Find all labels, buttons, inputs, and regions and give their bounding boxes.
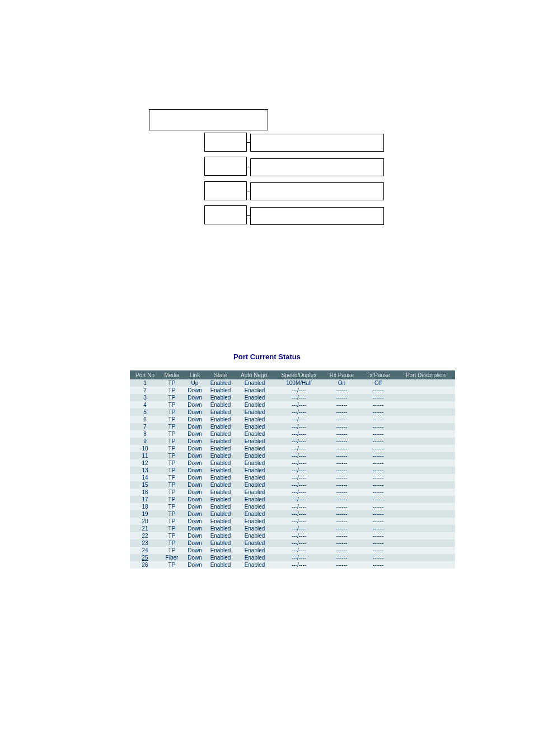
cell-port-desc — [396, 430, 455, 438]
cell-tx-pause: ------ — [360, 394, 396, 401]
cell-link: Down — [184, 496, 206, 503]
cell-speed-duplex: ---/---- — [274, 525, 324, 532]
cell-tx-pause: Off — [360, 379, 396, 387]
th-port-no: Port No — [130, 370, 160, 379]
cell-tx-pause: ------ — [360, 481, 396, 489]
cell-speed-duplex: ---/---- — [274, 554, 324, 561]
cell-port-no[interactable]: 25 — [130, 554, 160, 561]
table-row: 23TPDownEnabledEnabled---/--------------… — [130, 539, 455, 547]
cell-state: Enabled — [206, 481, 235, 489]
cell-auto-nego: Enabled — [235, 408, 274, 416]
cell-port-desc — [396, 401, 455, 408]
cell-auto-nego: Enabled — [235, 525, 274, 532]
cell-rx-pause: ------ — [324, 539, 360, 547]
cell-link: Down — [184, 481, 206, 489]
cell-media: TP — [160, 408, 184, 416]
table-row: 22TPDownEnabledEnabled---/--------------… — [130, 532, 455, 539]
cell-rx-pause: ------ — [324, 408, 360, 416]
cell-speed-duplex: ---/---- — [274, 518, 324, 525]
cell-state: Enabled — [206, 459, 235, 467]
table-row: 2TPDownEnabledEnabled---/---------------… — [130, 387, 455, 394]
cell-state: Enabled — [206, 539, 235, 547]
cell-link: Down — [184, 401, 206, 408]
cell-speed-duplex: ---/---- — [274, 467, 324, 474]
cell-port-no: 4 — [130, 401, 160, 408]
cell-rx-pause: ------ — [324, 474, 360, 481]
cell-speed-duplex: ---/---- — [274, 408, 324, 416]
cell-speed-duplex: ---/---- — [274, 394, 324, 401]
table-row: 19TPDownEnabledEnabled---/--------------… — [130, 510, 455, 518]
cell-state: Enabled — [206, 430, 235, 438]
cell-rx-pause: ------ — [324, 445, 360, 452]
cell-link: Down — [184, 510, 206, 518]
th-auto-nego: Auto Nego. — [235, 370, 274, 379]
cell-tx-pause: ------ — [360, 452, 396, 459]
tree-branch-left-2 — [204, 181, 247, 200]
cell-state: Enabled — [206, 379, 235, 387]
cell-media: TP — [160, 474, 184, 481]
cell-port-desc — [396, 496, 455, 503]
cell-auto-nego: Enabled — [235, 416, 274, 423]
cell-rx-pause: ------ — [324, 518, 360, 525]
cell-link: Down — [184, 489, 206, 496]
cell-media: TP — [160, 416, 184, 423]
cell-port-desc — [396, 547, 455, 554]
cell-link: Down — [184, 554, 206, 561]
cell-port-no: 22 — [130, 532, 160, 539]
cell-state: Enabled — [206, 510, 235, 518]
table-row: 26TPDownEnabledEnabled---/--------------… — [130, 561, 455, 569]
cell-media: TP — [160, 379, 184, 387]
cell-link: Down — [184, 518, 206, 525]
cell-state: Enabled — [206, 401, 235, 408]
cell-port-no: 16 — [130, 489, 160, 496]
cell-link: Down — [184, 387, 206, 394]
cell-port-no: 10 — [130, 445, 160, 452]
cell-port-no: 3 — [130, 394, 160, 401]
cell-port-no: 20 — [130, 518, 160, 525]
cell-port-no: 11 — [130, 452, 160, 459]
cell-speed-duplex: ---/---- — [274, 423, 324, 430]
cell-auto-nego: Enabled — [235, 510, 274, 518]
cell-media: TP — [160, 503, 184, 510]
cell-state: Enabled — [206, 561, 235, 569]
cell-media: TP — [160, 518, 184, 525]
table-row: 24TPDownEnabledEnabled---/--------------… — [130, 547, 455, 554]
cell-port-desc — [396, 489, 455, 496]
cell-rx-pause: ------ — [324, 452, 360, 459]
cell-rx-pause: ------ — [324, 438, 360, 445]
cell-state: Enabled — [206, 489, 235, 496]
cell-auto-nego: Enabled — [235, 518, 274, 525]
cell-speed-duplex: ---/---- — [274, 561, 324, 569]
table-row: 1TPUpEnabledEnabled100M/HalfOnOff — [130, 379, 455, 387]
tree-connector — [246, 167, 250, 167]
th-port-desc: Port Description — [396, 370, 455, 379]
cell-auto-nego: Enabled — [235, 561, 274, 569]
cell-speed-duplex: ---/---- — [274, 459, 324, 467]
cell-link: Down — [184, 416, 206, 423]
cell-link: Down — [184, 539, 206, 547]
table-row: 11TPDownEnabledEnabled---/--------------… — [130, 452, 455, 459]
cell-port-desc — [396, 481, 455, 489]
table-row: 15TPDownEnabledEnabled---/--------------… — [130, 481, 455, 489]
cell-auto-nego: Enabled — [235, 401, 274, 408]
tree-branch-right-1 — [250, 158, 384, 176]
cell-link: Down — [184, 394, 206, 401]
th-state: State — [206, 370, 235, 379]
cell-auto-nego: Enabled — [235, 554, 274, 561]
cell-speed-duplex: ---/---- — [274, 532, 324, 539]
cell-tx-pause: ------ — [360, 561, 396, 569]
cell-rx-pause: On — [324, 379, 360, 387]
cell-port-no: 12 — [130, 459, 160, 467]
table-row: 25FiberDownEnabledEnabled---/-----------… — [130, 554, 455, 561]
cell-auto-nego: Enabled — [235, 532, 274, 539]
cell-port-desc — [396, 445, 455, 452]
table-row: 9TPDownEnabledEnabled---/---------------… — [130, 438, 455, 445]
cell-port-desc — [396, 379, 455, 387]
cell-tx-pause: ------ — [360, 518, 396, 525]
table-row: 4TPDownEnabledEnabled---/---------------… — [130, 401, 455, 408]
cell-media: TP — [160, 547, 184, 554]
cell-tx-pause: ------ — [360, 532, 396, 539]
cell-port-no: 13 — [130, 467, 160, 474]
cell-port-desc — [396, 539, 455, 547]
cell-rx-pause: ------ — [324, 401, 360, 408]
